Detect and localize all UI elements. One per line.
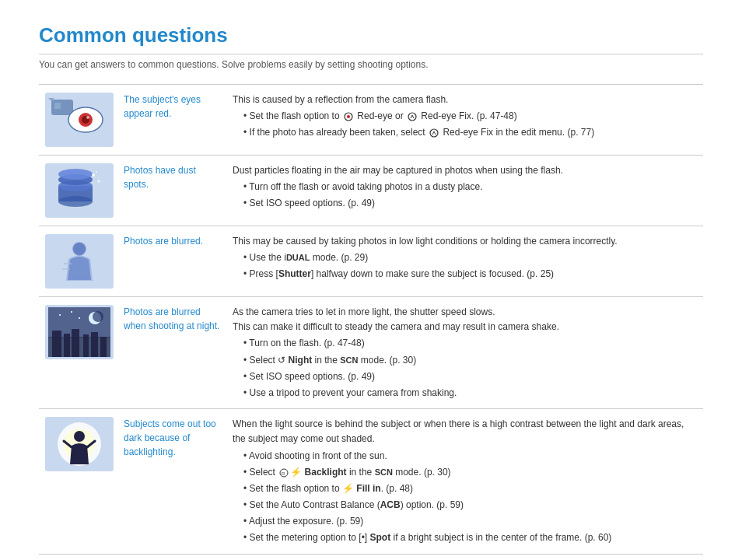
row-label: Subjects come out too dark because of ba… [117, 409, 226, 555]
table-row: Subjects come out too dark because of ba… [39, 409, 703, 555]
row-image [39, 297, 117, 409]
svg-point-17 [58, 169, 93, 180]
row-image [39, 156, 117, 226]
svg-point-11 [430, 129, 438, 137]
svg-rect-33 [72, 329, 79, 357]
row-label: Photos have dust spots. [117, 156, 226, 226]
svg-point-38 [71, 311, 72, 313]
row-desc: This is caused by a reflection from the … [226, 85, 703, 156]
svg-point-9 [347, 115, 350, 118]
svg-rect-31 [52, 331, 61, 357]
table-row: Photos are blurred when shooting at nigh… [39, 297, 703, 409]
svg-point-7 [86, 116, 89, 119]
row-image [39, 409, 117, 555]
svg-point-18 [92, 173, 95, 177]
svg-point-20 [96, 171, 97, 173]
faq-table: The subject's eyes appear red. This is c… [39, 84, 703, 555]
row-label: The subject's eyes appear red. [117, 85, 226, 156]
svg-point-19 [98, 180, 100, 183]
svg-point-39 [79, 317, 80, 319]
svg-point-37 [59, 314, 61, 316]
page-title: Common questions [39, 23, 703, 54]
svg-rect-35 [91, 332, 98, 357]
svg-point-23 [72, 242, 86, 256]
row-desc: As the camera tries to let in more light… [226, 297, 703, 409]
svg-text:R: R [282, 471, 285, 476]
svg-rect-34 [83, 334, 89, 357]
page-subtitle: You can get answers to common questions.… [39, 59, 703, 70]
svg-rect-2 [54, 103, 61, 109]
row-label: Photos are blurred when shooting at nigh… [117, 297, 226, 409]
svg-rect-32 [64, 334, 70, 357]
row-image [39, 85, 117, 156]
svg-rect-36 [100, 337, 107, 357]
row-label: Photos are blurred. [117, 226, 226, 297]
row-image [39, 226, 117, 297]
table-row: The subject's eyes appear red. This is c… [39, 85, 703, 156]
svg-point-10 [408, 113, 416, 121]
table-row: Photos have dust spots. Dust particles f… [39, 156, 703, 226]
row-desc: When the light source is behind the subj… [226, 409, 703, 555]
row-desc: Dust particles floating in the air may b… [226, 156, 703, 226]
row-desc: This may be caused by taking photos in l… [226, 226, 703, 297]
table-row: Photos are blurred. This may be caused b… [39, 226, 703, 297]
svg-point-43 [74, 431, 85, 442]
svg-point-29 [93, 311, 103, 322]
